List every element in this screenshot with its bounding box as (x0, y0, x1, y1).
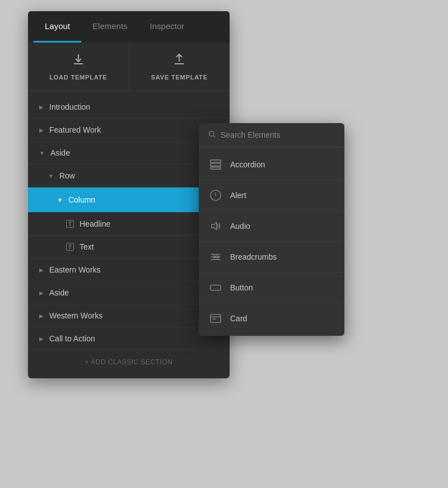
arrow-icon: ▶ (39, 104, 44, 110)
search-box (199, 123, 344, 147)
section-label: Call to Action (49, 334, 95, 343)
tabs-header: Layout Elements Inspector (28, 11, 230, 43)
section-label: Western Works (49, 311, 102, 320)
element-item-alert[interactable]: Alert (199, 180, 344, 211)
element-label: Accordion (230, 160, 265, 169)
arrow-icon: ▶ (39, 336, 44, 342)
section-item-introduction[interactable]: ▶ Introduction (28, 96, 230, 119)
element-item-accordion[interactable]: Accordion (199, 149, 344, 180)
section-label: Featured Work (49, 125, 101, 134)
elements-panel: Accordion Alert Audio (199, 123, 344, 336)
save-template-label: SAVE TEMPLATE (151, 74, 208, 81)
search-icon (208, 130, 216, 140)
add-section-label: + ADD CLASSIC SECTION (85, 358, 173, 366)
section-label: Column (68, 195, 95, 204)
element-label: Breadcrumbs (230, 252, 277, 261)
arrow-icon: ▼ (39, 150, 45, 156)
element-item-breadcrumbs[interactable]: Breadcrumbs (199, 242, 344, 273)
text-type-icon: T (66, 243, 74, 251)
arrow-icon: ▶ (39, 313, 44, 319)
section-label: Aside (49, 288, 69, 297)
element-item-button[interactable]: Button (199, 273, 344, 303)
load-template-label: LOAD TEMPLATE (49, 74, 107, 81)
upload-icon (172, 53, 186, 69)
svg-point-1 (209, 132, 214, 137)
breadcrumbs-icon (208, 249, 223, 265)
element-label: Card (230, 314, 247, 323)
audio-icon (208, 218, 223, 234)
arrow-icon: ▼ (57, 197, 63, 203)
arrow-icon: ▶ (39, 267, 44, 273)
svg-rect-9 (211, 315, 221, 323)
card-icon (208, 311, 223, 326)
element-label: Audio (230, 222, 250, 231)
svg-rect-2 (211, 160, 221, 163)
arrow-icon: ▶ (39, 127, 44, 133)
svg-rect-8 (211, 285, 221, 290)
save-template-button[interactable]: SAVE TEMPLATE (129, 43, 230, 91)
arrow-icon: ▶ (39, 290, 44, 296)
element-item-card[interactable]: Card (199, 303, 344, 334)
element-label: Alert (230, 191, 246, 200)
download-icon (72, 53, 85, 69)
svg-rect-3 (211, 163, 221, 166)
section-label: Row (59, 171, 75, 180)
search-elements-input[interactable] (221, 130, 335, 139)
arrow-icon: ▼ (48, 173, 54, 179)
button-icon (208, 280, 223, 295)
load-template-button[interactable]: LOAD TEMPLATE (28, 43, 129, 91)
section-label: Aside (50, 148, 70, 157)
element-list: Accordion Alert Audio (199, 147, 344, 336)
accordion-icon (208, 157, 223, 172)
svg-rect-4 (211, 167, 221, 170)
text-type-icon: T (66, 220, 74, 228)
toolbar: LOAD TEMPLATE SAVE TEMPLATE (28, 43, 230, 91)
alert-icon (208, 187, 223, 203)
section-label: Headline (80, 219, 110, 228)
section-label: Introduction (49, 102, 90, 111)
element-item-audio[interactable]: Audio (199, 211, 344, 242)
tab-inspector[interactable]: Inspector (139, 11, 196, 43)
tab-layout[interactable]: Layout (34, 11, 81, 43)
tab-elements[interactable]: Elements (81, 11, 139, 43)
add-classic-section-button[interactable]: + ADD CLASSIC SECTION (28, 350, 230, 374)
section-label: Eastern Works (49, 265, 101, 274)
element-label: Button (230, 283, 253, 292)
section-label: Text (80, 242, 94, 251)
